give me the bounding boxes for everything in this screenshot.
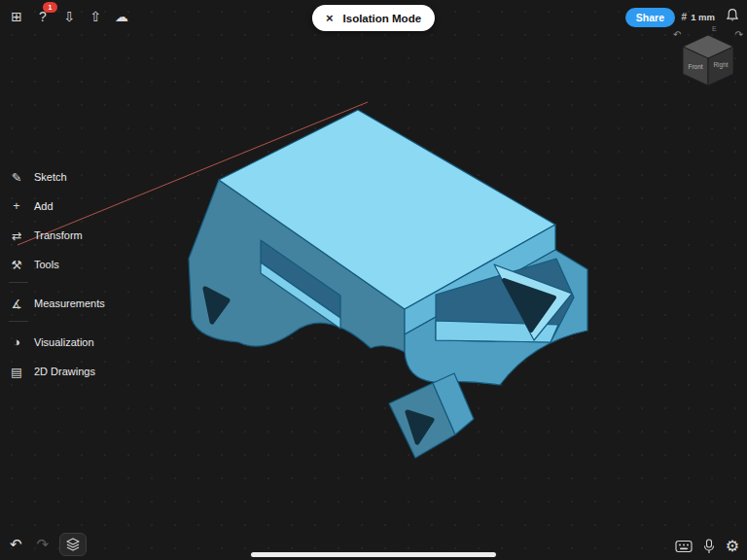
sidebar-item-measurements[interactable]: ∡ Measurements [8,292,163,315]
cloud-sync-icon[interactable]: ☁ [110,5,133,28]
apps-grid-icon[interactable]: ⊞ [5,5,28,28]
share-button[interactable]: Share [625,8,675,27]
undo-icon[interactable]: ↶ [6,534,26,555]
units-label: 1 mm [691,12,715,22]
sidebar-item-add[interactable]: + Add [8,194,163,218]
view-cube-faces[interactable]: Front Right [671,27,745,95]
bottom-right-bar: ⚙ [675,539,739,554]
visualization-icon: ◑ [8,335,25,349]
sidebar-item-transform[interactable]: ⇄ Transform [8,224,163,247]
settings-gear-icon[interactable]: ⚙ [726,539,739,554]
isolation-mode-label: Isolation Mode [343,13,422,24]
sidebar-divider [9,282,28,283]
tool-sidebar: ✎ Sketch + Add ⇄ Transform ⚒ Tools ∡ Mea… [8,165,163,389]
view-cube[interactable]: ↶ ↷ E Front Right [671,27,745,95]
help-icon[interactable]: ? 1 [31,5,54,28]
sidebar-item-sketch[interactable]: ✎ Sketch [8,165,163,189]
rotate-left-icon[interactable]: ↶ [673,29,681,40]
add-plus-icon: + [8,199,25,213]
rotate-right-icon[interactable]: ↷ [735,29,743,40]
compass-east-label: E [712,25,717,32]
view-cube-right-label: Right [713,61,728,69]
sidebar-item-2d-drawings[interactable]: ▤ 2D Drawings [8,360,163,383]
sidebar-item-tools[interactable]: ⚒ Tools [8,253,163,276]
sidebar-item-visualization[interactable]: ◑ Visualization [8,331,163,354]
transform-icon: ⇄ [8,228,25,243]
help-badge: 1 [43,2,57,13]
import-icon[interactable]: ⇩ [57,5,81,28]
grid-units-icon: # [682,12,688,22]
export-icon[interactable]: ⇧ [84,5,107,28]
keyboard-icon[interactable] [675,540,693,553]
model-group [189,110,587,458]
home-indicator[interactable] [251,552,496,557]
notifications-bell-icon[interactable] [725,8,740,23]
layers-icon [65,538,81,551]
sketch-pencil-icon: ✎ [8,170,25,185]
tools-icon: ⚒ [8,258,25,272]
redo-icon[interactable]: ↷ [33,534,53,555]
sidebar-divider [9,321,28,322]
top-left-toolbar: ⊞ ? 1 ⇩ ⇧ ☁ [5,5,133,28]
measurements-icon: ∡ [8,297,25,311]
close-icon[interactable]: × [326,12,334,24]
2d-drawings-icon: ▤ [8,365,25,379]
isolation-mode-pill: × Isolation Mode [312,5,435,31]
voice-icon[interactable] [703,539,715,554]
view-cube-front-label: Front [688,63,702,70]
units-button[interactable]: # 1 mm [682,12,715,22]
bottom-left-bar: ↶ ↷ [6,533,87,556]
items-layers-button[interactable] [59,533,87,556]
